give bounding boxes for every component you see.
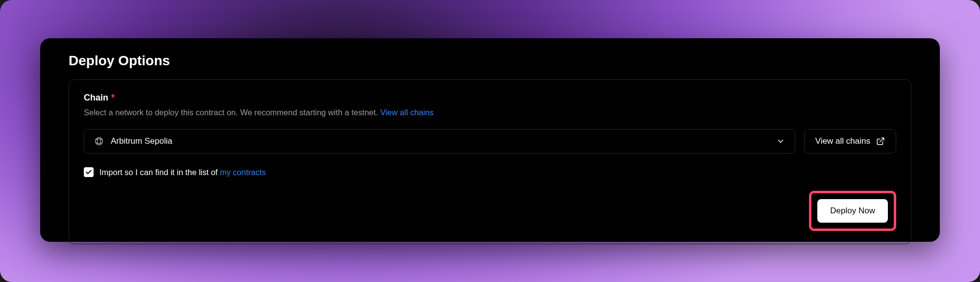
- external-link-icon: [876, 137, 885, 146]
- required-asterisk: *: [111, 93, 115, 103]
- chevron-down-icon: [776, 137, 785, 146]
- deploy-now-button[interactable]: Deploy Now: [817, 199, 888, 223]
- view-all-chains-button-label: View all chains: [815, 136, 870, 146]
- chain-select[interactable]: Arbitrum Sepolia: [84, 129, 795, 154]
- chain-field-help: Select a network to deploy this contract…: [84, 107, 896, 118]
- field-label-row: Chain *: [84, 93, 896, 103]
- deploy-row: Deploy Now: [84, 191, 896, 231]
- view-all-chains-link[interactable]: View all chains: [380, 108, 434, 117]
- network-icon: [94, 136, 104, 146]
- import-checkbox[interactable]: [84, 167, 94, 177]
- svg-line-1: [880, 138, 884, 142]
- import-checkbox-label: Import so I can find it in the list of m…: [99, 168, 266, 177]
- deploy-options-panel: Deploy Options Chain * Select a network …: [40, 38, 940, 242]
- panel-title: Deploy Options: [69, 53, 911, 69]
- chain-help-text: Select a network to deploy this contract…: [84, 108, 380, 117]
- import-label-prefix: Import so I can find it in the list of: [99, 168, 220, 177]
- chain-selected-value: Arbitrum Sepolia: [111, 136, 769, 146]
- chain-card: Chain * Select a network to deploy this …: [69, 79, 911, 244]
- my-contracts-link[interactable]: my contracts: [220, 168, 266, 177]
- gradient-background: Deploy Options Chain * Select a network …: [0, 0, 980, 282]
- import-checkbox-row: Import so I can find it in the list of m…: [84, 167, 896, 177]
- chain-field-label: Chain: [84, 93, 108, 103]
- chain-select-row: Arbitrum Sepolia View all chains: [84, 129, 896, 154]
- view-all-chains-button[interactable]: View all chains: [804, 129, 896, 154]
- check-icon: [85, 169, 92, 176]
- deploy-highlight-box: Deploy Now: [809, 191, 896, 231]
